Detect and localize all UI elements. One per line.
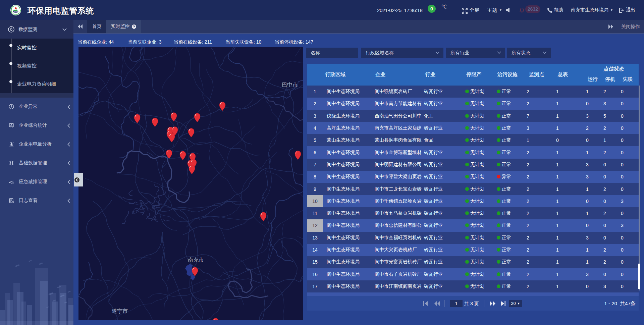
svg-text:巴中市: 巴中市 bbox=[282, 82, 298, 88]
svg-text:南充市: 南充市 bbox=[188, 257, 204, 263]
svg-text:遂宁市: 遂宁市 bbox=[112, 308, 128, 314]
